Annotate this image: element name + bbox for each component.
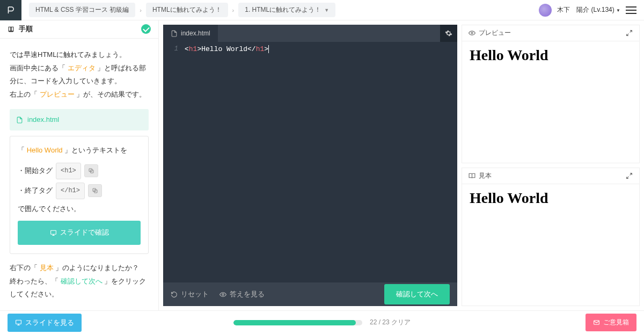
sample-output: Hello World [470,190,632,207]
intro-text: 右上の「 プレビュー 」が、その結果です。 [10,88,149,101]
start-tag-code: <h1> [56,163,81,179]
slide-confirm-button[interactable]: スライドで確認 [18,221,141,245]
steps-title: 手順 [19,24,33,34]
intro-text: では早速HTMLに触れてみましょう。 [10,48,149,62]
menu-icon[interactable] [626,6,636,14]
feedback-label: ご意見箱 [603,318,629,327]
book-icon [8,26,14,33]
eye-icon [469,30,475,37]
chevron-right-icon: › [140,7,142,13]
intro-text: 画面中央にある「 エディタ 」と呼ばれる部分に、コードを入力していきます。 [10,62,149,88]
instruction-text: 「 Hello World 」というテキストを [18,144,141,157]
confirm-next-button[interactable]: 確認して次へ [384,284,450,304]
outro-text: 終わったら、「 確認して次へ 」をクリックしてください。 [10,275,149,301]
show-answer-button[interactable]: 答えを見る [219,289,265,299]
svg-rect-7 [16,320,21,324]
reset-label: リセット [181,289,209,299]
copy-icon [88,168,94,174]
copy-button[interactable] [84,164,98,177]
breadcrumb-lesson[interactable]: 1. HTMLに触れてみよう！ ▼ [238,3,335,17]
chevron-down-icon: ▼ [324,8,329,13]
code-editor[interactable]: 1 <h1>Hello World</h1> [163,42,457,282]
code-line: <h1>Hello World</h1> [185,45,455,53]
editor-tab[interactable]: index.html [163,25,218,42]
sample-title: 見本 [479,171,492,180]
chevron-down-icon: ▼ [616,8,620,13]
avatar[interactable] [539,4,552,17]
slide-icon [15,319,22,326]
progress-bar [233,320,362,325]
expand-icon[interactable] [626,30,633,37]
settings-button[interactable] [440,25,457,42]
site-logo[interactable] [0,0,21,20]
progress-text: 22 / 23 クリア [370,318,411,327]
view-slides-button[interactable]: スライドを見る [8,314,82,332]
copy-button[interactable] [88,184,102,197]
undo-icon [171,291,178,298]
sample-pane: Hello World [462,184,639,306]
breadcrumb-lesson-label: 1. HTMLに触れてみよう！ [245,5,321,14]
chevron-right-icon: › [232,7,235,13]
instruction-box: 「 Hello World 」というテキストを ・開始タグ <h1> ・終了タグ… [10,136,149,254]
slide-confirm-label: スライドで確認 [60,226,109,239]
feedback-button[interactable]: ご意見箱 [586,314,636,331]
svg-point-5 [222,293,224,295]
outro-text: 右下の「 見本 」のようになりましたか？ [10,262,149,275]
start-tag-label: ・開始タグ [18,164,53,178]
mail-icon [593,319,600,326]
breadcrumb-course[interactable]: HTML & CSS 学習コース 初級編 [29,3,135,17]
reset-button[interactable]: リセット [171,289,209,299]
end-tag-code: </h1> [56,183,85,199]
svg-rect-4 [50,230,56,234]
breadcrumb-chapter[interactable]: HTMLに触れてみよう！ [146,3,228,17]
username[interactable]: 木下 陽介 (Lv.134) ▼ [557,5,620,14]
instruction-text: で囲んでください。 [18,202,141,216]
file-icon [16,117,23,124]
end-tag-label: ・終了タグ [18,184,53,198]
slide-icon [50,229,57,236]
progress-fill [233,320,356,325]
breadcrumb: HTML & CSS 学習コース 初級編 › HTMLに触れてみよう！ › 1.… [29,3,539,17]
show-answer-label: 答えを見る [230,289,265,299]
preview-title: プレビュー [479,28,511,38]
gear-icon [445,30,452,37]
file-name: index.html [27,113,59,127]
copy-icon [92,187,98,194]
check-icon [141,24,151,34]
editor-tab-label: index.html [181,30,210,37]
view-slides-label: スライドを見る [25,318,74,328]
eye-icon [219,291,226,298]
expand-icon[interactable] [626,172,633,179]
file-card: index.html [10,109,149,131]
preview-output: Hello World [470,47,632,64]
book-open-icon [469,172,475,179]
line-gutter: 1 [163,42,182,282]
svg-point-6 [471,32,473,34]
cursor [268,45,269,53]
preview-pane: Hello World [462,41,639,163]
username-label: 木下 陽介 (Lv.134) [557,6,614,13]
file-icon [171,30,178,37]
